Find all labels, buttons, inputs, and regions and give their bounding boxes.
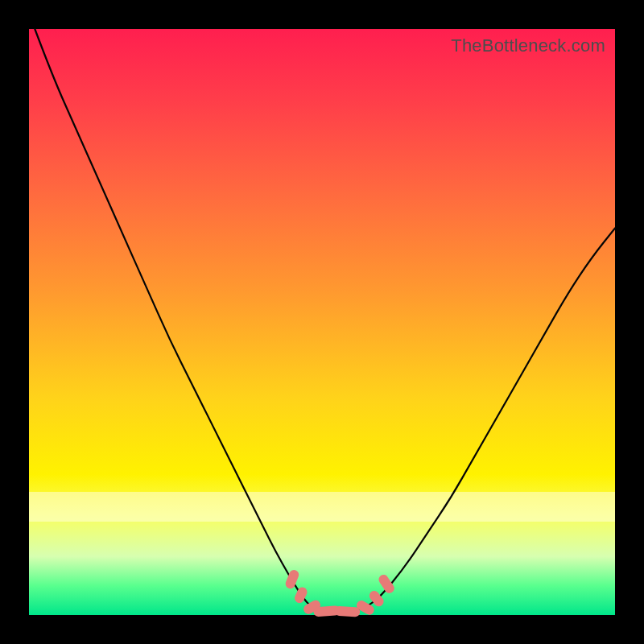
plot-area: TheBottleneck.com	[29, 29, 615, 615]
outer-frame: TheBottleneck.com	[0, 0, 644, 644]
curve-marker	[377, 573, 396, 595]
curve-layer	[29, 29, 615, 615]
marker-group	[284, 568, 396, 617]
bottleneck-curve	[35, 29, 615, 612]
curve-marker	[334, 606, 360, 617]
